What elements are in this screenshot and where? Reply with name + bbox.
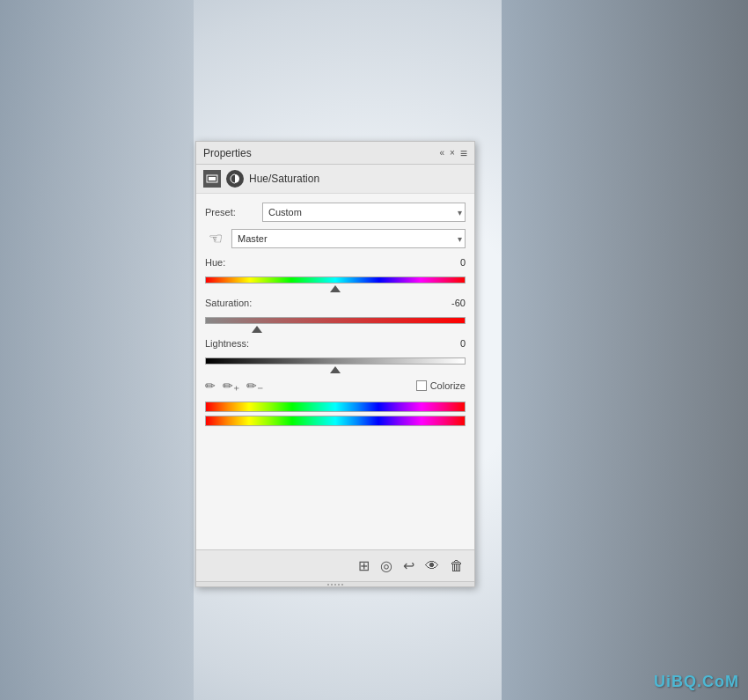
bg-left <box>0 0 194 700</box>
resize-dots <box>327 584 343 586</box>
preset-select-wrapper: Custom Default Old Style Strong Saturati… <box>262 203 466 222</box>
resize-dot <box>341 584 343 586</box>
color-bar-container <box>205 402 466 426</box>
collapse-button[interactable]: « <box>439 149 444 158</box>
hue-slider-row: Hue: 0 <box>205 257 466 291</box>
resize-dot <box>334 584 336 586</box>
colorize-checkbox[interactable] <box>416 380 427 391</box>
channel-row: ☜ Master Reds Yellows Greens Cyans Blues… <box>205 229 466 248</box>
saturation-header: Saturation: -60 <box>205 298 466 308</box>
content-spacer <box>196 444 474 549</box>
lightness-header: Lightness: 0 <box>205 338 466 349</box>
channel-select[interactable]: Master Reds Yellows Greens Cyans Blues M… <box>231 229 466 248</box>
delete-icon[interactable]: 🗑 <box>448 556 466 576</box>
saturation-thumb[interactable] <box>252 326 262 333</box>
resize-dot <box>331 584 333 586</box>
panel-titlebar: Properties « × ≡ <box>196 142 474 165</box>
hue-track <box>205 276 466 284</box>
saturation-slider-row: Saturation: -60 <box>205 298 466 331</box>
undo-icon[interactable]: ↩ <box>401 556 416 576</box>
svg-rect-1 <box>209 177 216 181</box>
lightness-label: Lightness: <box>205 338 249 349</box>
saturation-value: -60 <box>439 298 466 308</box>
panel-content: Preset: Custom Default Old Style Strong … <box>196 194 474 444</box>
hue-label: Hue: <box>205 257 225 268</box>
adjustment-icon <box>203 170 221 188</box>
colorize-row: Colorize <box>416 380 466 391</box>
watermark: UiBQ.CoM <box>654 673 739 691</box>
saturation-track-container[interactable] <box>205 310 466 331</box>
lightness-track-container[interactable] <box>205 350 466 372</box>
color-bar-bottom <box>205 416 466 426</box>
eyedropper-plus-icon[interactable]: ✏₊ <box>223 379 239 393</box>
resize-dot <box>338 584 340 586</box>
half-circle-icon <box>226 170 244 188</box>
section-title: Hue/Saturation <box>249 173 319 185</box>
panel-toolbar: ⊞ ◎ ↩ 👁 🗑 <box>196 549 474 581</box>
preset-row: Preset: Custom Default Old Style Strong … <box>205 203 466 222</box>
hue-header: Hue: 0 <box>205 257 466 268</box>
saturation-label: Saturation: <box>205 298 252 308</box>
preset-select[interactable]: Custom Default Old Style Strong Saturati… <box>262 203 466 222</box>
hue-track-container[interactable] <box>205 269 466 291</box>
lightness-thumb[interactable] <box>330 366 341 373</box>
menu-button[interactable]: ≡ <box>460 146 467 160</box>
preset-label: Preset: <box>205 207 262 217</box>
resize-dot <box>327 584 329 586</box>
eyedropper-icon[interactable]: ✏ <box>205 379 216 393</box>
lightness-track <box>205 357 466 365</box>
colorize-label: Colorize <box>430 380 466 391</box>
panel-title: Properties <box>203 147 252 159</box>
color-bar-top <box>205 402 466 412</box>
resize-handle[interactable] <box>196 581 474 586</box>
panel-controls: « × ≡ <box>439 146 467 160</box>
channel-select-wrapper: Master Reds Yellows Greens Cyans Blues M… <box>231 229 466 248</box>
properties-panel: Properties « × ≡ Hue/Saturation Preset: <box>195 141 475 587</box>
section-header: Hue/Saturation <box>196 165 474 194</box>
tools-row: ✏ ✏₊ ✏₋ Colorize <box>205 379 466 393</box>
hue-value: 0 <box>439 257 466 268</box>
eyedropper-minus-icon[interactable]: ✏₋ <box>246 379 263 393</box>
panel-title-left: Properties <box>203 147 252 159</box>
hand-icon: ☜ <box>205 229 226 248</box>
visibility-toggle-icon[interactable]: ◎ <box>378 556 394 576</box>
hue-thumb[interactable] <box>330 285 341 292</box>
saturation-track <box>205 317 466 324</box>
close-button[interactable]: × <box>450 149 455 158</box>
bg-right <box>502 0 748 700</box>
lightness-slider-row: Lightness: 0 <box>205 338 466 372</box>
lightness-value: 0 <box>439 338 466 349</box>
eye-icon[interactable]: 👁 <box>423 556 441 576</box>
create-layer-icon[interactable]: ⊞ <box>356 556 371 576</box>
